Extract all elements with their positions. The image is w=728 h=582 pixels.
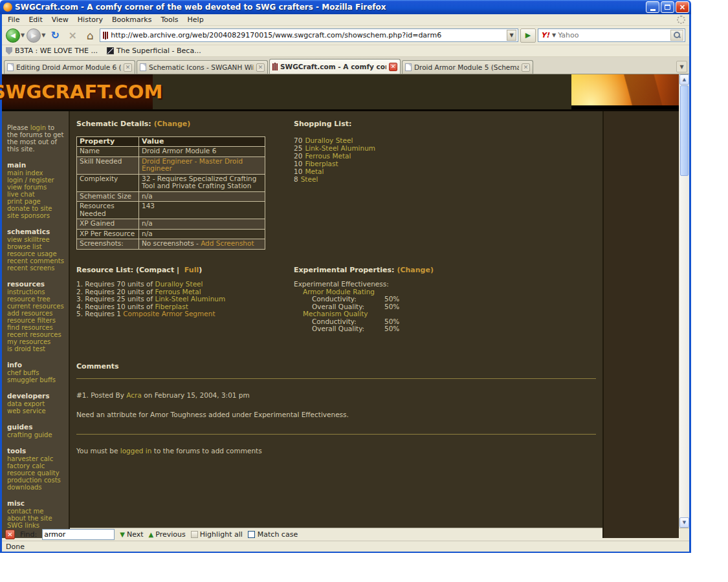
sidebar-item-data-export[interactable]: data export [7, 400, 65, 407]
resource-link-metal[interactable]: Metal [305, 167, 324, 175]
sidebar-item-my-resources[interactable]: my resources [7, 338, 65, 345]
restore-button[interactable] [661, 1, 674, 13]
resource-link-fiberplast[interactable]: Fiberplast [305, 160, 338, 167]
sidebar-item-view-skilltree[interactable]: view skilltree [7, 236, 65, 243]
home-button[interactable]: ⌂ [82, 28, 98, 43]
search-engine-dropdown-icon[interactable]: ▼ [552, 32, 556, 38]
back-button[interactable]: ◀ [6, 28, 20, 43]
sidebar-item-crafting-guide[interactable]: crafting guide [7, 431, 65, 438]
tab-close-icon[interactable]: ✕ [256, 63, 265, 72]
sidebar-item-recent-resources[interactable]: recent resources [7, 331, 65, 338]
menu-tools[interactable]: Tools [156, 14, 182, 25]
forward-dropdown-icon[interactable]: ▼ [41, 32, 45, 38]
minimize-button[interactable] [646, 1, 659, 13]
sidebar-item-chef-buffs[interactable]: chef buffs [7, 369, 65, 376]
vertical-scrollbar[interactable]: ▲ ▼ [679, 74, 689, 528]
search-submit-button[interactable] [670, 30, 683, 41]
sidebar-item-resource-filters[interactable]: resource filters [7, 317, 65, 324]
web-search-input[interactable] [558, 31, 668, 39]
sidebar-item-main-index[interactable]: main index [7, 169, 65, 177]
forward-button[interactable]: ▶ [27, 28, 41, 43]
search-box[interactable]: Y! ▼ [538, 28, 685, 42]
sidebar-item-smuggler-buffs[interactable]: smuggler buffs [7, 376, 65, 383]
resource-link-duralloy-steel[interactable]: Duralloy Steel [155, 280, 203, 288]
bookmark-b3ta[interactable]: B3TA : WE LOVE THE ... [6, 47, 98, 55]
resource-link-ferrous-metal[interactable]: Ferrous Metal [305, 152, 351, 160]
sidebar-item-swg-links[interactable]: SWG links [7, 522, 65, 529]
login-link[interactable]: login [30, 124, 46, 131]
list-all-tabs-button[interactable]: ▼ [676, 61, 687, 72]
scroll-down-button[interactable]: ▼ [679, 517, 689, 528]
stop-button[interactable]: × [65, 28, 80, 43]
sidebar-item-donate[interactable]: donate to site [7, 205, 65, 212]
resource-link-fiberplast[interactable]: Fiberplast [155, 303, 188, 310]
tab-close-icon[interactable]: ✕ [522, 63, 530, 72]
sidebar-item-production-costs[interactable]: production costs [7, 477, 65, 484]
menu-help[interactable]: Help [183, 14, 208, 25]
resource-link-link-steel-aluminum[interactable]: Link-Steel Aluminum [305, 144, 375, 152]
tab-close-icon[interactable]: ✕ [389, 63, 397, 71]
comment-author-link[interactable]: Acra [126, 391, 142, 399]
site-logo[interactable]: SWGCRAFT.COM [2, 74, 153, 109]
sidebar-item-is-droid-test[interactable]: is droid test [7, 345, 65, 352]
skill-needed-link[interactable]: Droid Engineer - Master Droid Engineer [142, 157, 243, 173]
tab-editing-droid-armor[interactable]: Editing Droid Armor Module 6 (Schema... … [4, 60, 135, 74]
sidebar-item-downloads[interactable]: downloads [7, 484, 65, 491]
sidebar-item-resource-usage[interactable]: resource usage [7, 250, 65, 257]
sidebar-item-find-resources[interactable]: find resources [7, 324, 65, 331]
menu-bookmarks[interactable]: Bookmarks [107, 14, 156, 25]
menu-file[interactable]: File [3, 14, 24, 25]
sidebar-item-print-page[interactable]: print page [7, 198, 65, 205]
search-engine-icon[interactable]: Y! [541, 31, 549, 39]
sidebar-item-add-resources[interactable]: add resources [7, 310, 65, 317]
menu-edit[interactable]: Edit [24, 14, 47, 25]
exp-subgroup-mechanism-quality[interactable]: Mechanism Quality [303, 310, 368, 318]
find-previous-button[interactable]: ▲Previous [149, 530, 186, 539]
find-next-button[interactable]: ▼Next [120, 530, 143, 539]
resource-link-steel[interactable]: Steel [301, 175, 318, 183]
sidebar-item-recent-screens[interactable]: recent screens [7, 264, 65, 272]
tab-droid-armor-5[interactable]: Droid Armor Module 5 (Schematic) - S... … [402, 60, 533, 74]
scrollbar-thumb[interactable] [680, 85, 689, 176]
sidebar-item-harvester-calc[interactable]: harvester calc [7, 455, 65, 462]
highlight-all-button[interactable]: Highlight all [191, 530, 243, 539]
url-input[interactable] [111, 31, 504, 39]
sidebar-item-login-register[interactable]: login / register [7, 177, 65, 184]
go-button[interactable]: ▶ [520, 28, 536, 43]
bookmark-superficial[interactable]: The Superficial - Beca... [107, 47, 201, 55]
sidebar-item-web-service[interactable]: web service [7, 407, 65, 415]
match-case-checkbox[interactable] [248, 531, 255, 538]
url-history-dropdown[interactable]: ▼ [507, 30, 516, 41]
find-input[interactable] [42, 529, 115, 540]
details-change-link[interactable]: (Change) [154, 120, 191, 128]
find-close-button[interactable]: ✕ [5, 530, 15, 539]
sidebar-item-resource-quality[interactable]: resource quality [7, 469, 65, 477]
tab-schematic-icons[interactable]: Schematic Icons - SWGANH Wiki ✕ [137, 60, 268, 74]
tab-close-icon[interactable]: ✕ [124, 63, 132, 72]
menu-view[interactable]: View [47, 14, 73, 25]
add-screenshot-link[interactable]: Add Screenshot [201, 239, 254, 247]
match-case-option[interactable]: Match case [248, 530, 298, 539]
schematic-link-composite-armor-segment[interactable]: Composite Armor Segment [123, 310, 215, 318]
sidebar-item-contact-me[interactable]: contact me [7, 508, 65, 515]
close-window-button[interactable]: × [676, 1, 689, 13]
sidebar-item-resource-tree[interactable]: resource tree [7, 296, 65, 303]
logged-in-link[interactable]: logged in [120, 447, 152, 455]
sidebar-item-factory-calc[interactable]: factory calc [7, 462, 65, 469]
scrollbar-track[interactable] [679, 177, 689, 517]
experimental-change-link[interactable]: (Change) [397, 266, 434, 274]
sidebar-item-view-forums[interactable]: view forums [7, 184, 65, 191]
sidebar-item-instructions[interactable]: instructions [7, 288, 65, 296]
tab-swgcraft-active[interactable]: SWGCraft.com - A comfy corner ... ✕ [269, 59, 401, 74]
sidebar-item-site-sponsors[interactable]: site sponsors [7, 212, 65, 219]
sidebar-item-current-resources[interactable]: current resources [7, 303, 65, 310]
address-bar[interactable]: ▼ [100, 28, 518, 42]
reload-button[interactable]: ↻ [47, 28, 63, 43]
sidebar-item-about-the-site[interactable]: about the site [7, 515, 65, 522]
sidebar-item-live-chat[interactable]: live chat [7, 191, 65, 198]
back-dropdown-icon[interactable]: ▼ [21, 32, 25, 38]
sidebar-item-recent-comments[interactable]: recent comments [7, 257, 65, 264]
resource-link-duralloy-steel[interactable]: Duralloy Steel [305, 136, 353, 144]
resource-link-ferrous-metal[interactable]: Ferrous Metal [155, 288, 201, 296]
sidebar-item-browse-list[interactable]: browse list [7, 243, 65, 250]
